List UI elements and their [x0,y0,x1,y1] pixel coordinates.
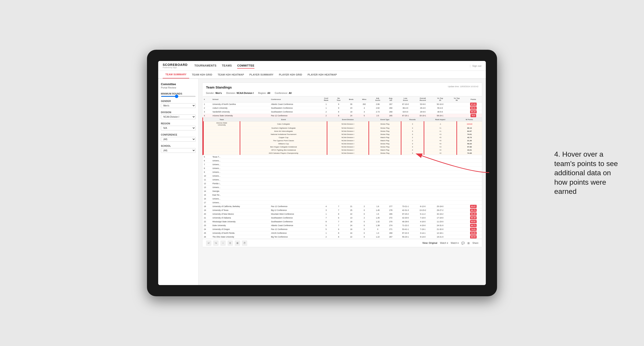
table-row[interactable]: 18 University of California, Berkeley Pa… [203,205,482,208]
exp-col-header: Rank Impact [424,118,457,122]
cell-bnds [345,155,358,159]
cell-rank: 5 [203,155,212,159]
exp-cell-team [204,146,240,149]
table-row[interactable]: 15 East Ter... [203,193,482,197]
cell-conference: Southeastern Conference [270,220,320,224]
exp-col-header: Event Type [369,118,401,122]
cell-low-score: 97-23-2 [397,212,414,216]
cell-overall: 7-15-0 [414,216,431,220]
cell-tours: 7 [332,208,344,212]
cell-avg-sg [385,155,397,159]
cell-vs-top50 [449,201,465,205]
gender-select[interactable]: Men's [161,103,196,108]
subnav-team-summary[interactable]: TEAM SUMMARY [163,71,189,78]
col-vs-top25: Vs Top25 [432,96,449,102]
cell-conference [270,159,320,163]
conference-label: Conference [161,134,196,136]
table-row[interactable]: 1 University of North Carolina Atlantic … [203,102,482,106]
table-row[interactable]: 19 University of Texas Big 12 Conference… [203,208,482,212]
timer-button[interactable]: ⏱ [242,240,247,246]
cell-tours [332,178,344,182]
table-row[interactable]: 12 Florida I... [203,182,482,185]
subnav-player-h2h-grid[interactable]: PLAYER H2H GRID [276,71,305,78]
cell-adj-score [371,163,385,167]
cell-points: 80.49 [465,212,482,216]
cell-conference [270,155,320,159]
annotation-container: 4. Hover over a team's points to see add… [554,150,626,196]
exp-cell-team [204,136,240,139]
table-row[interactable]: 6 Univers... [203,159,482,163]
table-row[interactable]: 21 University of Alabama Southeastern Co… [203,216,482,220]
table-row[interactable]: 8 Univers... [203,167,482,170]
table-row[interactable]: 9 Univers... [203,170,482,174]
col-vs-top50: Vs Top50 [449,96,465,102]
subnav-team-h2h-grid[interactable]: TEAM H2H GRID [189,71,215,78]
subnav-player-summary[interactable]: PLAYER SUMMARY [247,71,276,78]
expanded-table-row: The Cypress Point Classic NCAA Division … [204,139,482,142]
cell-school: The Ohio State University [212,235,270,239]
cell-conference [270,182,320,185]
exp-cell-type: Match Play [369,136,401,139]
watch-label[interactable]: Watch ▾ [451,242,459,244]
cell-wins: 2 [358,205,371,208]
min-rounds-slider[interactable] [161,96,196,97]
region-select[interactable]: N/A [161,126,196,130]
table-row[interactable]: 10 Univers... [203,174,482,178]
expanded-row: TeamEventEvent DivisionEvent TypeRoundsR… [203,118,482,155]
cell-wins: 4 [358,106,371,110]
tablet-screen: SCOREBOARD Powered by clippi TOURNAMENTS… [158,61,486,285]
table-row[interactable]: 22 Mississippi State University Southeas… [203,220,482,224]
cell-wins: 0 [358,227,371,231]
cell-school: Univers... [212,178,270,182]
grid-button[interactable]: ⊞ [468,242,470,245]
division-select[interactable]: NCAA Division I [161,115,196,119]
subnav-team-h2h-heatmap[interactable]: TEAM H2H HEATMAP [215,71,247,78]
table-row[interactable]: 24 University of Oregon Pac-12 Conferenc… [203,227,482,231]
table-row[interactable]: 2 Auburn University Southeastern Confere… [203,106,482,110]
sidebar-subtitle: Portal Review [161,86,196,89]
col-bnds: Bnds [345,96,358,102]
cell-conf-rank: 7 [320,216,332,220]
cell-vs-top25 [432,170,449,174]
nav-tournaments[interactable]: TOURNAMENTS [194,63,216,69]
table-row[interactable]: 7 Univers... [203,163,482,167]
table-row[interactable]: 5 Texas T... [203,155,482,159]
cell-school: Univers... [212,159,270,163]
subnav-player-h2h-heatmap[interactable]: PLAYER H2H HEATMAP [305,71,340,78]
comment-button[interactable]: 💬 [461,242,465,245]
cell-overall: 29-9-0 [414,110,431,114]
table-row[interactable]: 3 Vanderbilt University Southeastern Con… [203,110,482,114]
sign-out-button[interactable]: Sign out [472,65,481,67]
cell-wins [358,182,371,185]
cell-conf-rank [320,201,332,205]
cell-bnds: 19 [345,110,358,114]
redo-button[interactable]: ↪ [213,240,218,246]
table-row[interactable]: 20 University of New Mexico Mountain Wes… [203,212,482,216]
table-row[interactable]: 25 University of North Florida ASUN Conf… [203,231,482,235]
view-label[interactable]: View: Original [422,242,437,244]
paste-button[interactable]: ⊞ [235,240,240,246]
copy-button[interactable]: ⎘ [228,240,233,246]
table-row[interactable]: 17 Univers... [203,201,482,205]
cell-adj-score [371,178,385,182]
watch-button[interactable]: Watch ▾ [440,242,448,244]
cell-points [465,159,482,163]
share-button[interactable]: Share [472,242,478,244]
cell-bnds: 22 [345,235,358,239]
table-row[interactable]: 13 Univers... [203,185,482,189]
nav-teams[interactable]: TEAMS [222,63,232,69]
cell-bnds: 25 [345,208,358,212]
conference-select[interactable]: (All) [161,137,196,142]
cell-school: Florida I... [212,182,270,185]
school-select[interactable]: (All) [161,148,196,153]
table-row[interactable]: 16 Univers... [203,197,482,201]
table-row[interactable]: 11 Univers... [203,178,482,182]
nav-committee[interactable]: COMMITTEE [237,63,254,69]
undo-button[interactable]: ↩ [206,240,212,246]
table-row[interactable]: 26 The Ohio State University Big Ten Con… [203,235,482,239]
table-row[interactable]: 23 Duke University Atlantic Coast Confer… [203,224,482,227]
exp-cell-rounds: 3 [401,142,424,146]
back-button[interactable]: ‹ [220,240,226,246]
table-row[interactable]: 4 Arizona State University Pac-12 Confer… [203,114,482,118]
table-row[interactable]: 14 Georgia [203,189,482,193]
